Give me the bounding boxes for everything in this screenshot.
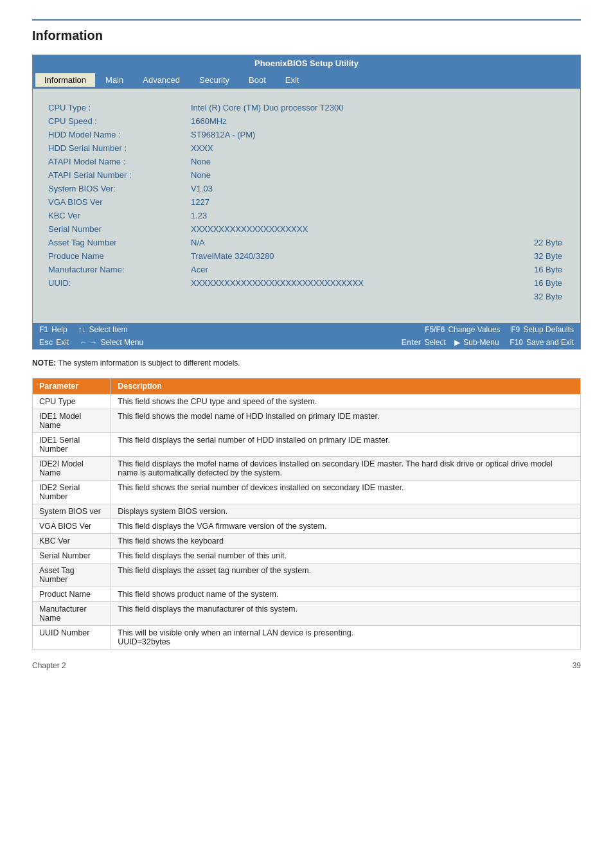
note-content: The system information is subject to dif… [56,359,240,368]
status-key-f1: F1 [39,325,48,334]
table-row: Asset Tag NumberThis field displays the … [33,563,581,587]
bios-byte [504,128,567,141]
bios-label: ATAPI Serial Number : [46,169,187,181]
param-table: Parameter Description CPU TypeThis field… [32,378,581,650]
table-row: KBC Ver 1.23 [46,209,567,222]
table-row: Serial Number XXXXXXXXXXXXXXXXXXXXX [46,223,567,235]
desc-cell: This field displays the asset tag number… [111,563,581,587]
bios-setup-container: PhoenixBIOS Setup Utility Information Ma… [32,55,581,350]
status-esc-exit: Esc Exit ← → Select Menu [33,336,306,349]
param-cell: CPU Type [33,394,111,409]
status-sub-menu: Sub-Menu [463,338,499,347]
bios-value: N/A [188,236,502,249]
bios-value: Acer [188,263,502,276]
bios-nav-advanced[interactable]: Advanced [134,73,189,87]
bios-byte: 16 Byte [504,263,567,276]
desc-cell: This field shows the model name of HDD i… [111,409,581,433]
table-row: Produce Name TravelMate 3240/3280 32 Byt… [46,250,567,262]
bios-byte: 32 Byte [504,250,567,262]
bios-nav-exit[interactable]: Exit [276,73,308,87]
status-key-enter: Enter [402,338,422,347]
param-cell: IDE2 Serial Number [33,481,111,504]
table-row: IDE1 Serial NumberThis field displays th… [33,433,581,457]
bios-value: 1660MHz [188,115,502,127]
status-key-f10: F10 [510,338,523,347]
page-title: Information [32,19,581,43]
bios-byte [504,223,567,235]
status-key-esc: Esc [39,338,53,347]
bios-byte: 22 Byte [504,236,567,249]
status-enter: Enter Select ▶ Sub-Menu F10 Save and Exi… [306,336,580,349]
bios-byte [504,196,567,208]
table-row: 32 Byte [46,290,567,303]
status-save-exit: Save and Exit [526,338,574,347]
status-select-menu: Select Menu [100,338,143,347]
status-select-item: Select Item [89,325,127,334]
bios-value: ST96812A - (PM) [188,128,502,141]
bios-label: Serial Number [46,223,187,235]
desc-cell: This field shows product name of the sys… [111,587,581,602]
bios-byte [504,142,567,154]
bios-label: HDD Model Name : [46,128,187,141]
desc-cell: This field displays the serial number of… [111,433,581,457]
status-change-values: Change Values [448,325,500,334]
bios-label: Produce Name [46,250,187,262]
bios-byte [504,209,567,222]
table-row: ATAPI Model Name : None [46,155,567,168]
table-row: Manufacturer Name: Acer 16 Byte [46,263,567,276]
bios-titlebar: PhoenixBIOS Setup Utility [33,55,580,71]
bios-value: TravelMate 3240/3280 [188,250,502,262]
bios-label [46,290,187,303]
table-row: HDD Serial Number : XXXX [46,142,567,154]
table-row: Product NameThis field shows product nam… [33,587,581,602]
desc-cell: This field shows the CPU type and speed … [111,394,581,409]
col-header-description: Description [111,378,581,394]
bios-label: CPU Type : [46,102,187,114]
bios-value: Intel (R) Core (TM) Duo processor T2300 [188,102,502,114]
bios-label: ATAPI Model Name : [46,155,187,168]
bios-value: V1.03 [188,182,502,195]
table-row: CPU Type : Intel (R) Core (TM) Duo proce… [46,102,567,114]
bios-label: UUID: [46,277,187,289]
desc-cell: This will be visible only when an intern… [111,626,581,650]
bios-nav-security[interactable]: Security [190,73,238,87]
table-row: VGA BIOS Ver 1227 [46,196,567,208]
status-select: Select [425,338,446,347]
desc-cell: This field displays the VGA firmware ver… [111,519,581,534]
bios-label: HDD Serial Number : [46,142,187,154]
table-row: ATAPI Serial Number : None [46,169,567,181]
table-row: System BIOS verDisplays system BIOS vers… [33,504,581,519]
bios-statusbar: F1 Help ↑↓ Select Item F5/F6 Change Valu… [33,323,580,349]
bios-label: VGA BIOS Ver [46,196,187,208]
param-cell: IDE1 Serial Number [33,433,111,457]
bios-nav-main[interactable]: Main [96,73,132,87]
page-footer: Chapter 2 39 [32,661,581,670]
bios-label: CPU Speed : [46,115,187,127]
bios-value: XXXX [188,142,502,154]
bios-label: KBC Ver [46,209,187,222]
param-cell: Product Name [33,587,111,602]
status-arrow-leftright: ← → [80,338,97,347]
bios-nav-information[interactable]: Information [35,73,95,87]
param-cell: VGA BIOS Ver [33,519,111,534]
bios-navbar: Information Main Advanced Security Boot … [33,71,580,89]
status-key-f9: F9 [511,325,520,334]
desc-cell: This field shows the serial number of de… [111,481,581,504]
table-row: HDD Model Name : ST96812A - (PM) [46,128,567,141]
status-setup-defaults: Setup Defaults [523,325,574,334]
param-cell: System BIOS ver [33,504,111,519]
table-row: Asset Tag Number N/A 22 Byte [46,236,567,249]
desc-cell: This field shows the keyboard [111,534,581,549]
table-row: UUID NumberThis will be visible only whe… [33,626,581,650]
table-row: System BIOS Ver: V1.03 [46,182,567,195]
status-label-exit: Exit [56,338,69,347]
note-text: NOTE: The system information is subject … [32,359,581,368]
chapter-label: Chapter 2 [32,661,66,670]
status-f5f6: F5/F6 Change Values F9 Setup Defaults [306,323,580,336]
bios-value: None [188,155,502,168]
bios-byte [504,155,567,168]
bios-label: Manufacturer Name: [46,263,187,276]
bios-nav-boot[interactable]: Boot [240,73,275,87]
param-cell: IDE1 Model Name [33,409,111,433]
status-label-help: Help [51,325,67,334]
